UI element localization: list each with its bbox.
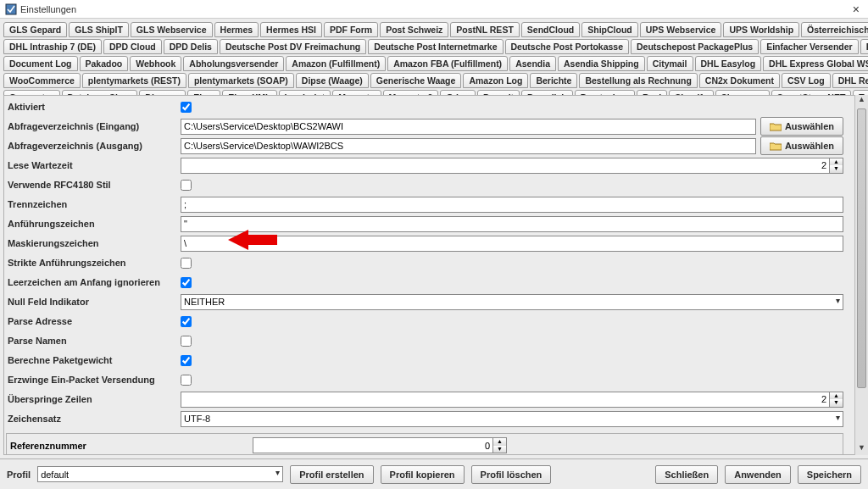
tab-dpd-delis[interactable]: DPD Delis (164, 39, 218, 54)
spin-up-icon[interactable]: ▲ (493, 438, 506, 446)
label-parse-namen: Parse Namen (6, 336, 181, 346)
input-referenznummer[interactable] (253, 437, 493, 453)
label-berechne-paketgewicht: Berechne Paketgewicht (6, 355, 181, 365)
spinner-ueberspringe-zeilen[interactable]: ▲▼ (181, 392, 843, 408)
input-abf-ausgang[interactable] (181, 138, 756, 154)
label-leerzeichen-ignorieren: Leerzeichen am Anfang ignorieren (6, 277, 181, 287)
button-anwenden[interactable]: Anwenden (725, 465, 791, 484)
checkbox-berechne-paketgewicht[interactable] (181, 355, 192, 366)
checkbox-parse-adresse[interactable] (181, 316, 192, 327)
tab-dhl-intraship-7-de-[interactable]: DHL Intraship 7 (DE) (3, 39, 102, 54)
input-anfuehrungszeichen[interactable] (181, 216, 843, 232)
label-referenznummer: Referenznummer (10, 441, 248, 451)
input-trennzeichen[interactable] (181, 197, 843, 213)
tab-abholungsversender[interactable]: Abholungsversender (183, 56, 284, 71)
tab-dpd-cloud[interactable]: DPD Cloud (103, 39, 162, 54)
tab-gls-shipit[interactable]: GLS ShipIT (69, 22, 129, 37)
tab-ups-worldship[interactable]: UPS Worldship (723, 22, 799, 37)
button-profil-erstellen[interactable]: Profil erstellen (290, 465, 373, 484)
label-ueberspringe-zeilen: Überspringe Zeilen (6, 394, 181, 404)
tab-einfacher-versender[interactable]: Einfacher Versender (760, 39, 859, 54)
button-profil-kopieren[interactable]: Profil kopieren (381, 465, 465, 484)
scroll-down-icon[interactable]: ▼ (855, 443, 868, 455)
spin-down-icon[interactable]: ▼ (493, 446, 506, 453)
tab-hermes-hsi[interactable]: Hermes HSI (260, 22, 322, 37)
tab-asendia[interactable]: Asendia (509, 56, 556, 71)
label-trennzeichen: Trennzeichen (6, 199, 181, 209)
select-profil[interactable]: default (37, 466, 283, 482)
spin-up-icon[interactable]: ▲ (830, 392, 843, 400)
label-aktiviert: Aktiviert (6, 102, 181, 112)
tab-generische-waage[interactable]: Generische Waage (370, 73, 462, 88)
checkbox-strikte-anf[interactable] (181, 258, 192, 269)
tab-webhook[interactable]: Webhook (130, 56, 181, 71)
tab-pdf-form[interactable]: PDF Form (324, 22, 378, 37)
tab-plentymarkets-soap-[interactable]: plentymarkets (SOAP) (188, 73, 294, 88)
tab-dipse-waage-[interactable]: Dipse (Waage) (296, 73, 369, 88)
tab-amazon-fulfillment-[interactable]: Amazon (Fulfillment) (286, 56, 386, 71)
label-rfc4180: Verwende RFC4180 Stil (6, 180, 181, 190)
label-parse-adresse: Parse Adresse (6, 316, 181, 326)
tab-dhl-easylog[interactable]: DHL Easylog (695, 56, 762, 71)
app-icon (5, 3, 17, 15)
scroll-up-icon[interactable]: ▲ (855, 95, 868, 107)
tab-csv-log[interactable]: CSV Log (782, 73, 831, 88)
input-maskierungszeichen[interactable] (181, 236, 843, 252)
checkbox-rfc4180[interactable] (181, 180, 192, 191)
label-maskierungszeichen: Maskierungszeichen (6, 238, 181, 248)
tab-citymail[interactable]: Citymail (647, 56, 693, 71)
tab-dhl-express-global-ws[interactable]: DHL Express Global WS (763, 56, 868, 71)
input-ueberspringe-zeilen[interactable] (181, 392, 830, 408)
tab-fedex-webservice[interactable]: Fedex Webservice (860, 39, 868, 54)
scroll-thumb[interactable] (857, 108, 866, 388)
input-abf-eingang[interactable] (181, 119, 756, 135)
spin-down-icon[interactable]: ▼ (830, 165, 843, 173)
tab-gls-gepard[interactable]: GLS Gepard (3, 22, 67, 37)
checkbox-erzwinge-einpacket[interactable] (181, 375, 192, 386)
tab-plentymarkets-rest-[interactable]: plentymarkets (REST) (82, 73, 186, 88)
tab-deutsche-post-internetmarke[interactable]: Deutsche Post Internetmarke (368, 39, 503, 54)
tab-shipcloud[interactable]: ShipCloud (581, 22, 638, 37)
tab-hermes[interactable]: Hermes (214, 22, 259, 37)
select-null-feld[interactable]: NEITHER (181, 294, 843, 310)
button-profil-loeschen[interactable]: Profil löschen (471, 465, 552, 484)
tab-deutsche-post-portokasse[interactable]: Deutsche Post Portokasse (505, 39, 629, 54)
spinner-lese-wartezeit[interactable]: ▲▼ (181, 158, 843, 174)
tab-dhl-retoure[interactable]: DHL Retoure (832, 73, 868, 88)
button-auswaehlen-eingang[interactable]: Auswählen (760, 117, 843, 136)
tab-cn2x-dokument[interactable]: CN2x Dokument (699, 73, 780, 88)
tab-pakadoo[interactable]: Pakadoo (80, 56, 129, 71)
tab-post-schweiz[interactable]: Post Schweiz (380, 22, 448, 37)
input-lese-wartezeit[interactable] (181, 158, 830, 174)
tab-asendia-shipping[interactable]: Asendia Shipping (558, 56, 645, 71)
subpanel-referenznummer: Referenznummer ▲▼ (6, 433, 843, 455)
button-auswaehlen-ausgang[interactable]: Auswählen (760, 136, 843, 155)
checkbox-parse-namen[interactable] (181, 336, 192, 347)
spinner-referenznummer[interactable]: ▲▼ (253, 437, 507, 453)
tab-ups-webservice[interactable]: UPS Webservice (640, 22, 722, 37)
spin-down-icon[interactable]: ▼ (830, 399, 843, 407)
tab-postnl-rest[interactable]: PostNL REST (450, 22, 519, 37)
spin-up-icon[interactable]: ▲ (830, 158, 843, 166)
tab-gls-webservice[interactable]: GLS Webservice (131, 22, 213, 37)
tab-woocommerce[interactable]: WooCommerce (3, 73, 81, 88)
label-zeichensatz: Zeichensatz (6, 414, 181, 424)
button-speichern[interactable]: Speichern (798, 465, 861, 484)
tab-amazon-fba-fulfillment-[interactable]: Amazon FBA (Fulfillment) (387, 56, 508, 71)
checkbox-leerzeichen-ignorieren[interactable] (181, 277, 192, 288)
label-lese-wartezeit: Lese Wartezeit (6, 160, 181, 170)
tab-sendcloud[interactable]: SendCloud (521, 22, 580, 37)
highlight-arrow-icon (228, 228, 277, 253)
tab-deutschepost-packageplus[interactable]: Deutschepost PackagePlus (631, 39, 759, 54)
tab--sterreichische-post[interactable]: Österreichische Post (801, 22, 868, 37)
button-schliessen[interactable]: Schließen (655, 465, 718, 484)
tab-deutsche-post-dv-freimachung[interactable]: Deutsche Post DV Freimachung (220, 39, 366, 54)
select-zeichensatz[interactable]: UTF-8 (181, 411, 843, 427)
tab-amazon-log[interactable]: Amazon Log (463, 73, 528, 88)
tab-document-log[interactable]: Document Log (3, 56, 78, 71)
vertical-scrollbar[interactable]: ▲ ▼ (854, 95, 868, 455)
checkbox-aktiviert[interactable] (181, 102, 192, 113)
tab-bestellung-als-rechnung[interactable]: Bestellung als Rechnung (579, 73, 697, 88)
tab-berichte[interactable]: Berichte (530, 73, 577, 88)
close-icon[interactable]: × (849, 3, 863, 16)
